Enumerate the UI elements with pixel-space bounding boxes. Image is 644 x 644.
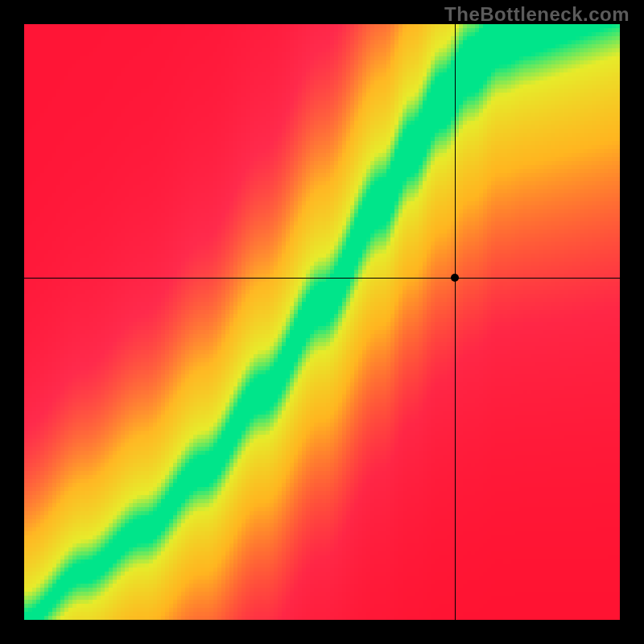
crosshair-horizontal [24,278,620,279]
selected-point-marker [451,274,459,282]
crosshair-vertical [455,24,456,620]
heatmap-plot [24,24,620,620]
watermark-text: TheBottleneck.com [444,3,630,26]
heatmap-canvas [24,24,620,620]
chart-frame: TheBottleneck.com [0,0,644,644]
